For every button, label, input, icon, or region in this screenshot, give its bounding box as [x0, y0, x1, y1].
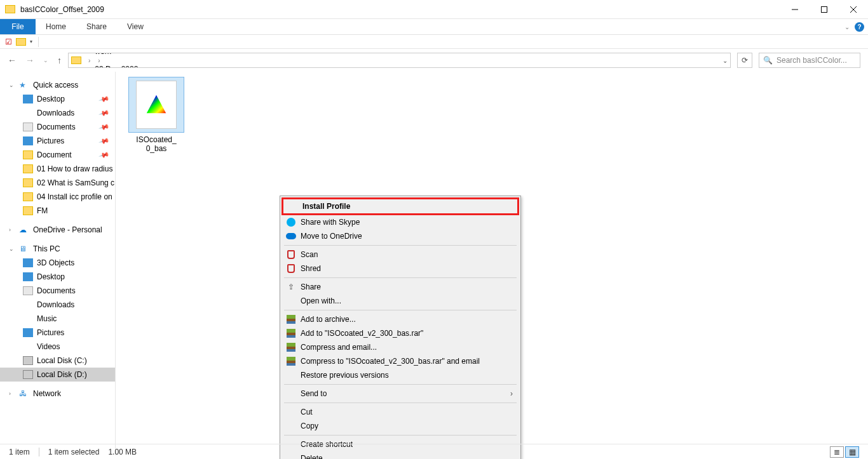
caret-icon: › — [9, 390, 15, 397]
nav-up-button[interactable]: ↑ — [57, 55, 62, 65]
pin-icon: 📌 — [98, 93, 111, 105]
minimize-button[interactable] — [780, 0, 810, 19]
sidebar-item[interactable]: FM — [0, 204, 115, 218]
submenu-arrow-icon: › — [510, 389, 513, 398]
fold-icon — [23, 164, 33, 173]
sidebar-item[interactable]: Desktop — [0, 270, 115, 284]
share-tab[interactable]: Share — [76, 19, 117, 34]
menu-restore-versions[interactable]: Restore previous versions — [281, 368, 519, 382]
qat-properties-icon[interactable]: ☑ — [5, 37, 12, 46]
address-dropdown-icon[interactable]: ⌄ — [722, 57, 728, 64]
menu-compress-to-email[interactable]: Compress to "ISOcoated_v2_300_bas.rar" a… — [281, 354, 519, 368]
sidebar-quick-access[interactable]: ⌄ ★ Quick access — [0, 78, 115, 92]
window-title: basICColor_Offset_2009 — [20, 5, 780, 14]
breadcrumb-separator: › — [88, 57, 90, 64]
doc-icon — [23, 123, 33, 131]
sidebar-item[interactable]: Local Disk (D:) — [0, 368, 115, 382]
pin-icon: 📌 — [98, 149, 111, 161]
file-item-icc[interactable]: ISOcoated_ 0_bas — [125, 77, 188, 154]
close-button[interactable] — [839, 0, 868, 19]
skype-icon — [287, 218, 295, 227]
svg-rect-1 — [822, 6, 827, 12]
sidebar-item[interactable]: Downloads📌 — [0, 106, 115, 120]
menu-open-with[interactable]: Open with... — [281, 294, 519, 308]
search-box[interactable]: 🔍 Search basICColor... — [759, 53, 860, 68]
sidebar-item[interactable]: 02 What is SamSung c — [0, 176, 115, 190]
qat-newfolder-icon[interactable] — [16, 38, 26, 46]
sidebar-item[interactable]: Desktop📌 — [0, 92, 115, 106]
file-tab[interactable]: File — [0, 19, 36, 34]
sidebar-item[interactable]: 3D Objects — [0, 256, 115, 270]
status-item-count: 1 item — [9, 448, 30, 456]
menu-add-archive[interactable]: Add to archive... — [281, 312, 519, 326]
nav-forward-button[interactable]: → — [25, 55, 34, 65]
menu-cut[interactable]: Cut — [281, 405, 519, 419]
view-details-button[interactable]: ≣ — [830, 446, 844, 458]
pic-icon — [23, 136, 33, 145]
icc-profile-icon — [144, 93, 168, 117]
menu-add-rar[interactable]: Add to "ISOcoated_v2_300_bas.rar" — [281, 326, 519, 340]
dl-icon — [23, 109, 33, 117]
dl-icon — [23, 300, 33, 309]
pin-icon: 📌 — [98, 135, 111, 147]
music-icon — [23, 314, 33, 323]
qat-dropdown-icon[interactable]: ▾ — [30, 39, 32, 44]
menu-move-onedrive[interactable]: Move to OneDrive — [281, 229, 519, 243]
nav-back-button[interactable]: ← — [8, 55, 17, 65]
desk-icon — [23, 95, 33, 103]
sidebar-item[interactable]: Downloads — [0, 298, 115, 312]
menu-share[interactable]: ⇪ Share — [281, 280, 519, 294]
sidebar-item[interactable]: Music — [0, 312, 115, 326]
qat-separator — [38, 37, 39, 47]
status-selected-count: 1 item selected — [48, 448, 100, 456]
menu-shred[interactable]: Shred — [281, 262, 519, 276]
sidebar-item[interactable]: Videos — [0, 340, 115, 354]
menu-copy[interactable]: Copy — [281, 419, 519, 433]
sidebar-onedrive[interactable]: › ☁ OneDrive - Personal — [0, 223, 115, 237]
address-bar[interactable]: › This PC›Local Disk (D:)›FM›work›03 Dec… — [68, 53, 731, 68]
ribbon-expand-icon[interactable]: ⌄ — [844, 23, 850, 30]
sidebar-item[interactable]: Local Disk (C:) — [0, 354, 115, 368]
fold-icon — [23, 150, 33, 159]
menu-scan[interactable]: Scan — [281, 248, 519, 262]
view-large-icons-button[interactable]: ▦ — [845, 446, 859, 458]
sidebar-item[interactable]: Pictures📌 — [0, 134, 115, 148]
nav-recent-dropdown[interactable]: ⌄ — [43, 57, 48, 63]
home-tab[interactable]: Home — [36, 19, 76, 34]
fold-icon — [23, 192, 33, 201]
onedrive-icon — [286, 233, 296, 239]
winrar-icon — [287, 315, 295, 324]
breadcrumb-segment[interactable]: work — [95, 53, 214, 56]
cloud-icon: ☁ — [19, 225, 29, 234]
address-folder-icon — [71, 57, 81, 64]
pc-icon: 🖥 — [19, 244, 29, 253]
sidebar-item[interactable]: Document📌 — [0, 148, 115, 162]
menu-share-skype[interactable]: Share with Skype — [281, 215, 519, 229]
view-tab[interactable]: View — [117, 19, 154, 34]
quick-access-label: Quick access — [33, 81, 78, 90]
maximize-button[interactable] — [810, 0, 839, 19]
context-menu: Install Profile Share with Skype Move to… — [280, 196, 521, 459]
help-button[interactable]: ? — [855, 22, 864, 32]
menu-compress-email[interactable]: Compress and email... — [281, 340, 519, 354]
file-label-line1: ISOcoated_ — [136, 135, 176, 144]
refresh-button[interactable]: ⟳ — [737, 53, 752, 68]
sidebar-network[interactable]: › 🖧 Network — [0, 387, 115, 401]
caret-icon: › — [9, 227, 15, 233]
menu-install-profile[interactable]: Install Profile — [281, 197, 519, 215]
pin-icon: 📌 — [98, 107, 111, 119]
caret-icon: ⌄ — [9, 82, 15, 88]
network-icon: 🖧 — [19, 389, 29, 398]
breadcrumb-segment[interactable]: 03 Dec 2022 — [95, 65, 214, 68]
sidebar-this-pc[interactable]: ⌄ 🖥 This PC — [0, 242, 115, 256]
sidebar-item[interactable]: Documents📌 — [0, 120, 115, 134]
menu-send-to[interactable]: Send to › — [281, 387, 519, 401]
sidebar-item[interactable]: Pictures — [0, 326, 115, 340]
star-icon: ★ — [19, 81, 29, 90]
search-placeholder: Search basICColor... — [776, 56, 847, 65]
sidebar-item[interactable]: 01 How to draw radius — [0, 162, 115, 176]
sidebar-item[interactable]: 04 Install icc profile on — [0, 190, 115, 204]
desk-icon — [23, 272, 33, 281]
winrar-icon — [287, 329, 295, 338]
sidebar-item[interactable]: Documents — [0, 284, 115, 298]
